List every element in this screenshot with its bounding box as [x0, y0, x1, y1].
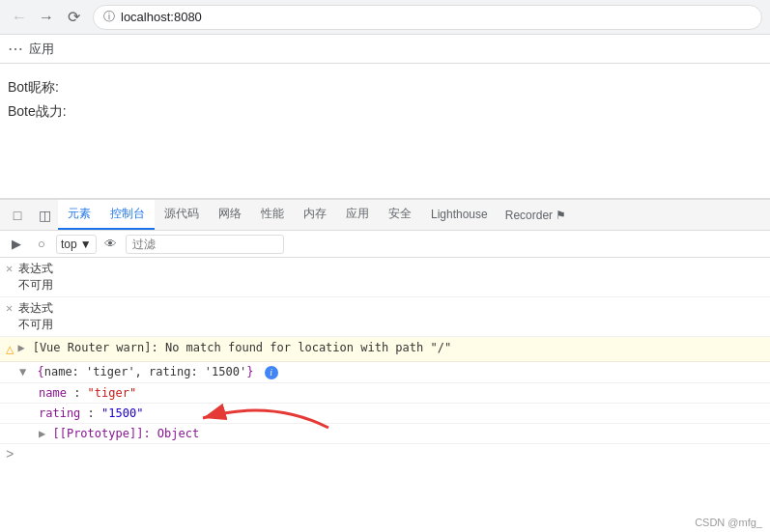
red-arrow-annotation [155, 389, 348, 447]
rating-val: "1500" [101, 406, 143, 420]
forward-button[interactable]: → [35, 6, 58, 29]
expr-title-1: 表达式 [18, 261, 764, 277]
warning-flag-icon: ⚑ [556, 209, 566, 222]
eye-icon[interactable]: 👁 [100, 234, 122, 255]
apps-label: 应用 [29, 41, 54, 58]
context-selector[interactable]: top ▼ [56, 235, 97, 254]
apps-grid-icon[interactable]: ⋯ [8, 40, 23, 58]
url-text: localhost:8080 [121, 10, 202, 24]
object-collapse-icon[interactable]: ▼ [19, 365, 26, 378]
name-key: name [39, 386, 67, 400]
console-output: ✕ 表达式 不可用 ✕ 表达式 不可用 △ ▶ [Vue Router warn… [0, 258, 770, 532]
csdn-watermark: CSDN @mfg_ [695, 517, 762, 528]
tab-lighthouse[interactable]: Lighthouse [421, 202, 498, 229]
tab-elements[interactable]: 元素 [58, 200, 100, 230]
inspect-icon[interactable]: □ [4, 202, 31, 229]
devtools-panel: □ ◫ 元素 控制台 源代码 网络 性能 内存 应用 安全 Lighthouse [0, 199, 770, 532]
reload-button[interactable]: ⟳ [62, 6, 85, 29]
address-bar[interactable]: ⓘ localhost:8080 [93, 5, 762, 30]
bot-power-line: Bote战力: [8, 99, 762, 124]
expression-row-1: ✕ 表达式 不可用 [0, 258, 770, 297]
prototype-expand-icon[interactable]: ▶ [39, 427, 45, 440]
info-icon[interactable]: i [265, 366, 278, 379]
expr-close-1[interactable]: ✕ [6, 261, 13, 276]
warning-text: [Vue Router warn]: No match found for lo… [33, 341, 451, 354]
apps-bar: ⋯ 应用 [0, 35, 770, 64]
expr-value-1: 不可用 [18, 277, 764, 294]
tab-recorder[interactable]: Recorder ⚑ [498, 203, 574, 228]
tab-console[interactable]: 控制台 [100, 200, 155, 230]
run-button[interactable]: ▶ [6, 234, 27, 255]
back-button[interactable]: ← [8, 6, 31, 29]
expr-title-2: 表达式 [18, 300, 764, 317]
cursor-row: > [0, 444, 770, 465]
nav-buttons: ← → ⟳ [8, 6, 85, 29]
warning-expand-icon[interactable]: ▶ [17, 341, 24, 355]
name-val: "tiger" [88, 386, 137, 400]
expression-row-2: ✕ 表达式 不可用 [0, 297, 770, 337]
expr-close-2[interactable]: ✕ [6, 300, 13, 316]
object-prototype-row: ▶ [[Prototype]]: Object [0, 424, 770, 444]
tab-application[interactable]: 应用 [336, 200, 379, 230]
warning-row: △ ▶ [Vue Router warn]: No match found fo… [0, 337, 770, 362]
clear-button[interactable]: ○ [31, 234, 52, 255]
devtools-tabs: □ ◫ 元素 控制台 源代码 网络 性能 内存 应用 安全 Lighthouse [0, 200, 770, 231]
object-summary-text: {name: 'tiger', rating: '1500'} [37, 365, 253, 378]
browser-toolbar: ← → ⟳ ⓘ localhost:8080 [0, 0, 770, 35]
tab-sources[interactable]: 源代码 [155, 200, 209, 230]
console-prompt-icon: > [6, 447, 14, 462]
expr-value-2: 不可用 [18, 317, 764, 333]
context-label: top [61, 238, 77, 251]
lock-icon: ⓘ [103, 9, 115, 25]
rating-key: rating [39, 406, 80, 420]
bot-nickname-line: Bot昵称: [8, 75, 762, 99]
console-toolbar: ▶ ○ top ▼ 👁 [0, 231, 770, 258]
rating-and-arrow-row: rating : "1500" [0, 404, 770, 424]
object-summary-row: ▼ {name: 'tiger', rating: '1500'} i [0, 362, 770, 383]
tab-performance[interactable]: 性能 [251, 200, 294, 230]
warning-triangle-icon: △ [6, 341, 14, 357]
device-icon[interactable]: ◫ [31, 202, 58, 229]
tab-memory[interactable]: 内存 [294, 200, 336, 230]
object-rating-row: rating : "1500" [0, 404, 770, 424]
object-name-row: name : "tiger" [0, 383, 770, 404]
tab-security[interactable]: 安全 [379, 200, 421, 230]
filter-input[interactable] [126, 235, 284, 254]
tab-network[interactable]: 网络 [209, 200, 251, 230]
page-content: Bot昵称: Bote战力: [0, 64, 770, 199]
context-dropdown-icon: ▼ [80, 238, 92, 251]
